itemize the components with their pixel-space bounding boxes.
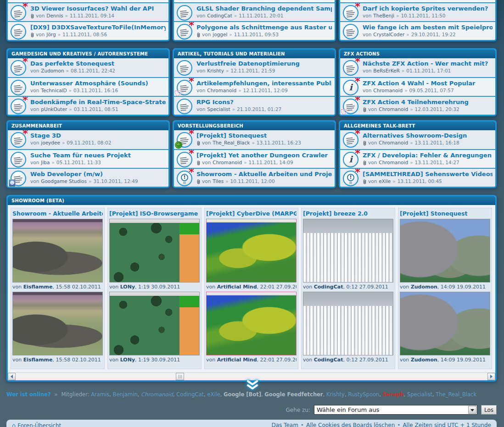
topic-byline: vonjoeydee»09.11.2011, 08:02 <box>30 140 166 146</box>
topic-author-link[interactable]: Tiles <box>213 178 224 184</box>
footer-link[interactable]: Das Team <box>271 422 298 427</box>
topic-author-link[interactable]: Chromanoid <box>207 88 236 94</box>
online-member[interactable]: Benjamin <box>113 391 138 398</box>
topic-title-link[interactable]: [Projekt] Yet another Dungeon Crawler <box>196 152 332 159</box>
topic-title-link[interactable]: Suche Team für neues Projekt <box>30 152 166 159</box>
doc-topic-icon: * <box>11 132 26 148</box>
board-index-link[interactable]: Foren-Übersicht <box>17 422 61 427</box>
topic-author-link[interactable]: Krishty <box>207 68 224 74</box>
topic-title-link[interactable]: Das perfekte Stonequest <box>30 60 166 67</box>
project-thumbnail[interactable] <box>109 292 200 355</box>
topic-title-link[interactable]: 3D Viewer Isosurfaces? Wahl der API <box>30 5 166 12</box>
online-member[interactable]: Krishty <box>326 391 345 398</box>
dropdown-arrow-button[interactable] <box>468 406 476 414</box>
byline-separator: » <box>252 140 254 146</box>
topic-author-link[interactable]: Jörg <box>46 32 56 38</box>
project-thumbnail[interactable] <box>206 292 297 355</box>
doc-line <box>14 69 22 71</box>
topic-title-link[interactable]: [DX9] D3DXSaveTextureToFile(InMemory) la… <box>30 24 166 31</box>
footer-link[interactable]: Alle Cookies des Boards löschen <box>306 422 395 427</box>
topic-title-link[interactable]: Artikelempfehlungen, interessante Publik… <box>196 80 332 87</box>
members-label: Mitglieder: <box>61 391 89 398</box>
forum-jump-select[interactable]: Wähle ein Forum aus <box>314 405 477 415</box>
showroom-card: [Projekt] ISO-Browsergame "cad2d"von LON… <box>107 208 202 369</box>
topic-author-link[interactable]: BeRsErKeR <box>373 68 400 74</box>
online-member[interactable]: RustySpoon <box>348 391 379 398</box>
topic-author-link[interactable]: TechnicalD <box>41 88 67 94</box>
online-member[interactable]: Google Feedfetcher <box>264 391 323 398</box>
topic-title-link[interactable]: Showroom - Aktuelle Arbeiten und Projekt… <box>196 171 332 178</box>
project-title-link[interactable]: [Projekt] ISO-Browsergame "cad2d" <box>109 210 200 218</box>
topic-title-link[interactable]: Alternatives Showroom-Design <box>363 132 493 139</box>
online-member[interactable]: The_Real_Black <box>436 391 476 398</box>
scrollbar-thumb[interactable] <box>176 373 184 380</box>
topic-author-link[interactable]: CrystalCoder <box>373 32 404 38</box>
doc-line <box>180 141 188 143</box>
who-is-online-link[interactable]: Wer ist online? <box>6 391 51 398</box>
topic-author-link[interactable]: Chromanoid <box>379 106 408 112</box>
topic-author-link[interactable]: Dennis <box>46 13 63 19</box>
scroll-down-chevron-icon[interactable] <box>246 380 259 390</box>
topic-author-link[interactable]: Zudomon <box>41 68 64 74</box>
online-member[interactable]: Chromanoid <box>141 391 173 398</box>
doc-topic-icon <box>11 152 26 167</box>
topic-title-link[interactable]: Nächste ZFX Action - Wer macht mit? <box>363 60 493 67</box>
topic-row: *Polygone als Schnittmenge aus Raster un… <box>174 21 335 40</box>
topic-author-link[interactable]: joeydee <box>41 140 60 146</box>
topic-title-link[interactable]: Verlustfreie Datenoptimierung <box>196 60 332 67</box>
topic-title-link[interactable]: Polygone als Schnittmenge aus Raster und… <box>196 24 332 31</box>
topic-author-link[interactable]: Chromanoid <box>213 160 242 166</box>
topic-title-link[interactable]: Unterwasser Atmosphäre (Sounds) <box>30 80 166 87</box>
topic-title-link[interactable]: ZFX Action 4 Teilnehmerehrung <box>363 99 493 106</box>
topic-title-link[interactable]: GLSL Shader Branching dependent Sampler … <box>196 5 332 12</box>
topic-title-link[interactable]: Darf ich kopierte Sprites verwenden? <box>363 5 493 12</box>
online-member[interactable]: eXile <box>207 391 220 398</box>
online-member[interactable]: Google [Bot] <box>224 391 261 398</box>
topic-author-link[interactable]: The_Real_Black <box>213 140 250 146</box>
project-thumbnail[interactable] <box>400 219 490 283</box>
topic-title-link[interactable]: Wie fange ich am besten mit Speielprogra… <box>363 24 493 31</box>
topic-author-link[interactable]: Chromanoid <box>373 88 403 94</box>
project-title-link[interactable]: [Projekt] Stonequest <box>400 210 490 218</box>
topic-title-link[interactable]: Bodenkämpfe in Real-Time-Space-Strategy-… <box>30 99 166 106</box>
project-thumbnail[interactable] <box>109 219 200 283</box>
project-thumbnail[interactable] <box>400 292 490 355</box>
topic-author-link[interactable]: TheBenji <box>373 13 394 19</box>
topic-author-link[interactable]: Specialist <box>207 106 230 112</box>
topic-author-link[interactable]: Goodgame Studios <box>41 178 87 184</box>
online-member[interactable]: Aramis <box>91 391 109 398</box>
project-thumbnail[interactable] <box>12 219 103 283</box>
scroll-right-button[interactable] <box>487 373 495 380</box>
online-member[interactable]: Seraph <box>383 391 404 398</box>
topic-title-link[interactable]: Stage 3D <box>30 132 166 139</box>
topic-title-link[interactable]: RPG Icons? <box>196 99 332 106</box>
topic-date: 11.11.2011, 08:56 <box>62 32 107 38</box>
project-thumbnail[interactable] <box>303 219 393 283</box>
topic-author-link[interactable]: eXile <box>379 178 391 184</box>
thumbnail-caption: von Zudomon, 14:09 19.09.2011 <box>400 356 490 363</box>
online-member[interactable]: Specialist <box>407 391 432 398</box>
go-button[interactable]: Los <box>481 405 497 415</box>
topic-author-link[interactable]: joggel <box>213 32 227 38</box>
project-thumbnail[interactable] <box>206 219 297 283</box>
topic-title-link[interactable]: ZFX / Developia: Fehler & Anregungen <box>363 152 493 159</box>
topic-title-link[interactable]: Web Developer (m/w) <box>30 171 166 178</box>
scroll-left-button[interactable] <box>8 373 16 380</box>
topic-author-link[interactable]: Chromanoid <box>379 140 408 146</box>
project-title-link[interactable]: Showroom - Aktuelle Arbeiten u <box>12 210 103 218</box>
project-title-link[interactable]: [Projekt] CyberDive (MARPG) <box>206 210 297 218</box>
showroom-scrollbar-track[interactable] <box>8 372 495 380</box>
topic-date: 12.11.2011, 21:59 <box>230 68 275 74</box>
project-title-link[interactable]: [Projekt] breeze 2.0 <box>303 210 393 218</box>
project-thumbnail[interactable] <box>303 292 393 355</box>
doc-line <box>14 137 21 139</box>
project-thumbnail[interactable] <box>12 292 103 355</box>
topic-title-link[interactable]: ZFX Action 4 Wahl - Most Popular <box>363 80 493 87</box>
online-member[interactable]: CodingCat <box>176 391 204 398</box>
topic-author-link[interactable]: pUnkOuter <box>41 106 67 112</box>
topic-author-link[interactable]: CodingCat <box>207 13 232 19</box>
topic-title-link[interactable]: [Projekt] Stonequest <box>196 132 332 139</box>
topic-title-link[interactable]: [SAMMELTHREAD] Sehenswerte Videos <box>363 171 493 178</box>
topic-author-link[interactable]: Jiba <box>41 160 50 166</box>
topic-author-link[interactable]: Chromanoid <box>379 160 408 166</box>
